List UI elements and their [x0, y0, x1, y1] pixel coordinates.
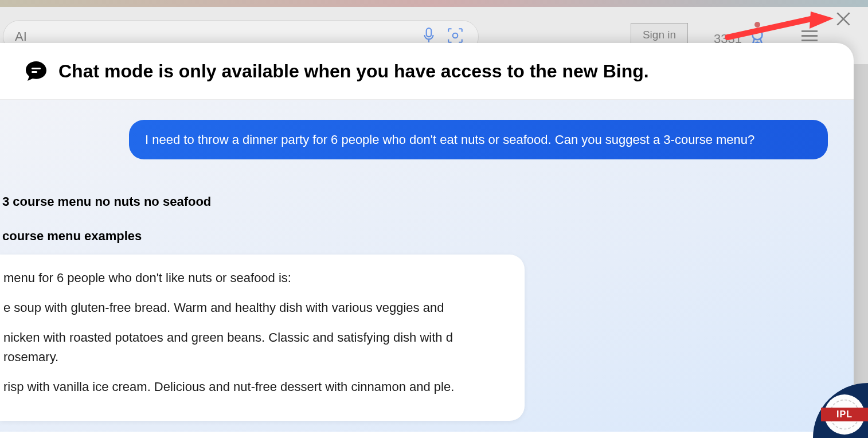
- svg-rect-5: [32, 68, 41, 69]
- user-message-bubble: I need to throw a dinner party for 6 peo…: [129, 120, 828, 159]
- search-suggestion-2: course menu examples: [2, 229, 142, 244]
- notification-dot-icon: [754, 22, 760, 28]
- chat-modal: Chat mode is only available when you hav…: [0, 43, 854, 438]
- svg-point-1: [453, 33, 458, 38]
- svg-rect-6: [32, 71, 37, 73]
- assistant-line-4: risp with vanilla ice cream. Delicious a…: [3, 377, 507, 397]
- assistant-line-3: nicken with roasted potatoes and green b…: [3, 328, 507, 367]
- decorative-stripe: [0, 0, 868, 7]
- search-suggestion-1: 3 course menu no nuts no seafood: [2, 194, 211, 209]
- ipl-ball-icon: IPL: [824, 394, 865, 435]
- modal-heading: Chat mode is only available when you hav…: [58, 61, 649, 82]
- assistant-line-2: e soup with gluten-free bread. Warm and …: [3, 298, 507, 318]
- menu-button[interactable]: [801, 28, 818, 44]
- sign-in-label: Sign in: [643, 29, 676, 41]
- assistant-message-bubble: menu for 6 people who don't like nuts or…: [0, 255, 525, 421]
- chat-bubble-icon: [24, 59, 48, 83]
- user-message-text: I need to throw a dinner party for 6 peo…: [145, 132, 754, 147]
- svg-point-2: [752, 30, 762, 40]
- assistant-line-1: menu for 6 people who don't like nuts or…: [3, 268, 507, 288]
- modal-header: Chat mode is only available when you hav…: [0, 43, 854, 100]
- close-button[interactable]: [832, 8, 854, 30]
- chat-scroll-area[interactable]: I need to throw a dinner party for 6 peo…: [0, 100, 854, 432]
- svg-rect-0: [427, 28, 432, 37]
- ipl-label: IPL: [821, 408, 868, 421]
- search-input-text[interactable]: AI: [3, 29, 421, 44]
